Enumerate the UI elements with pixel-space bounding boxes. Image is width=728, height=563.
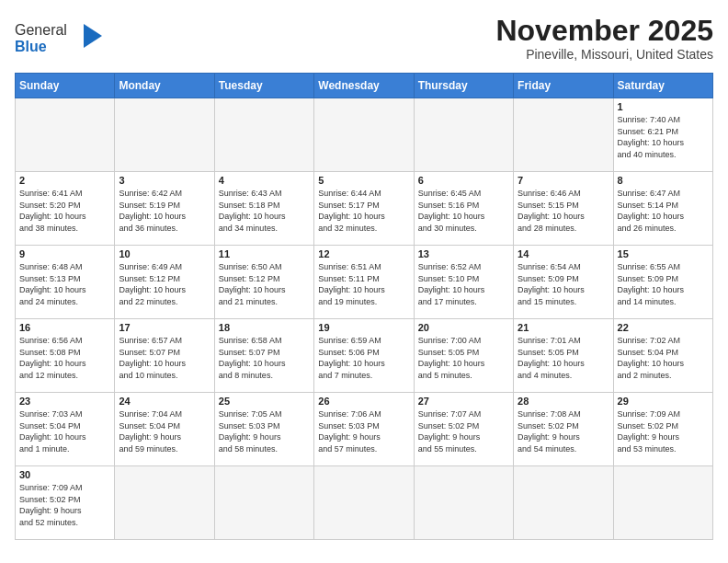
day-number: 20 xyxy=(418,322,509,333)
calendar-cell xyxy=(214,466,313,540)
title-section: November 2025 Pineville, Missouri, Unite… xyxy=(495,15,713,62)
weekday-header-row: SundayMondayTuesdayWednesdayThursdayFrid… xyxy=(16,74,713,98)
day-number: 22 xyxy=(618,322,709,333)
calendar-cell xyxy=(613,466,712,540)
calendar-cell: 5Sunrise: 6:44 AM Sunset: 5:17 PM Daylig… xyxy=(314,172,414,246)
page-header: General Blue November 2025 Pineville, Mi… xyxy=(15,15,713,62)
day-info: Sunrise: 6:52 AM Sunset: 5:10 PM Dayligh… xyxy=(418,261,509,307)
calendar-week-row: 9Sunrise: 6:48 AM Sunset: 5:13 PM Daylig… xyxy=(16,246,713,319)
svg-marker-2 xyxy=(84,24,102,48)
day-number: 11 xyxy=(219,248,310,259)
day-info: Sunrise: 6:59 AM Sunset: 5:06 PM Dayligh… xyxy=(318,335,409,381)
weekday-header-sunday: Sunday xyxy=(16,74,115,98)
day-number: 5 xyxy=(318,175,409,186)
day-number: 26 xyxy=(318,396,409,407)
day-info: Sunrise: 6:49 AM Sunset: 5:12 PM Dayligh… xyxy=(119,261,210,307)
weekday-header-wednesday: Wednesday xyxy=(314,74,414,98)
day-number: 29 xyxy=(618,396,709,407)
day-info: Sunrise: 6:58 AM Sunset: 5:07 PM Dayligh… xyxy=(219,335,310,381)
svg-text:Blue: Blue xyxy=(15,39,47,54)
day-number: 3 xyxy=(119,175,210,186)
calendar-cell: 22Sunrise: 7:02 AM Sunset: 5:04 PM Dayli… xyxy=(613,319,712,393)
day-number: 12 xyxy=(318,248,409,259)
calendar-cell: 1Sunrise: 7:40 AM Sunset: 6:21 PM Daylig… xyxy=(613,98,712,172)
calendar-cell xyxy=(314,98,414,172)
day-number: 13 xyxy=(418,248,509,259)
svg-text:General: General xyxy=(15,22,67,38)
calendar-cell: 19Sunrise: 6:59 AM Sunset: 5:06 PM Dayli… xyxy=(314,319,414,393)
day-info: Sunrise: 7:06 AM Sunset: 5:03 PM Dayligh… xyxy=(318,408,409,454)
calendar-cell: 20Sunrise: 7:00 AM Sunset: 5:05 PM Dayli… xyxy=(414,319,513,393)
calendar-week-row: 23Sunrise: 7:03 AM Sunset: 5:04 PM Dayli… xyxy=(16,393,713,466)
calendar-cell: 7Sunrise: 6:46 AM Sunset: 5:15 PM Daylig… xyxy=(514,172,613,246)
calendar-cell: 27Sunrise: 7:07 AM Sunset: 5:02 PM Dayli… xyxy=(414,393,513,466)
calendar-cell: 4Sunrise: 6:43 AM Sunset: 5:18 PM Daylig… xyxy=(214,172,313,246)
calendar-cell: 23Sunrise: 7:03 AM Sunset: 5:04 PM Dayli… xyxy=(16,393,115,466)
logo: General Blue xyxy=(15,15,125,61)
day-info: Sunrise: 6:55 AM Sunset: 5:09 PM Dayligh… xyxy=(618,261,709,307)
day-number: 27 xyxy=(418,396,509,407)
calendar-cell xyxy=(314,466,414,540)
calendar-cell: 29Sunrise: 7:09 AM Sunset: 5:02 PM Dayli… xyxy=(613,393,712,466)
weekday-header-tuesday: Tuesday xyxy=(214,74,313,98)
calendar-cell: 30Sunrise: 7:09 AM Sunset: 5:02 PM Dayli… xyxy=(16,466,115,540)
day-number: 4 xyxy=(219,175,310,186)
day-number: 30 xyxy=(19,469,110,480)
calendar-cell: 10Sunrise: 6:49 AM Sunset: 5:12 PM Dayli… xyxy=(115,246,214,319)
calendar-cell xyxy=(414,98,513,172)
calendar-cell: 3Sunrise: 6:42 AM Sunset: 5:19 PM Daylig… xyxy=(115,172,214,246)
day-number: 9 xyxy=(19,248,110,259)
calendar-cell: 25Sunrise: 7:05 AM Sunset: 5:03 PM Dayli… xyxy=(214,393,313,466)
calendar-week-row: 30Sunrise: 7:09 AM Sunset: 5:02 PM Dayli… xyxy=(16,466,713,540)
day-info: Sunrise: 7:09 AM Sunset: 5:02 PM Dayligh… xyxy=(618,408,709,454)
calendar-week-row: 16Sunrise: 6:56 AM Sunset: 5:08 PM Dayli… xyxy=(16,319,713,393)
calendar-cell: 28Sunrise: 7:08 AM Sunset: 5:02 PM Dayli… xyxy=(514,393,613,466)
calendar-cell xyxy=(514,98,613,172)
day-info: Sunrise: 7:09 AM Sunset: 5:02 PM Dayligh… xyxy=(19,482,110,528)
day-number: 8 xyxy=(618,175,709,186)
day-info: Sunrise: 6:41 AM Sunset: 5:20 PM Dayligh… xyxy=(19,188,110,234)
day-info: Sunrise: 6:42 AM Sunset: 5:19 PM Dayligh… xyxy=(119,188,210,234)
day-number: 14 xyxy=(518,248,609,259)
logo-svg: General Blue xyxy=(15,15,125,61)
weekday-header-thursday: Thursday xyxy=(414,74,513,98)
day-number: 19 xyxy=(318,322,409,333)
day-info: Sunrise: 6:51 AM Sunset: 5:11 PM Dayligh… xyxy=(318,261,409,307)
day-info: Sunrise: 7:08 AM Sunset: 5:02 PM Dayligh… xyxy=(518,408,609,454)
day-info: Sunrise: 6:57 AM Sunset: 5:07 PM Dayligh… xyxy=(119,335,210,381)
day-number: 23 xyxy=(19,396,110,407)
day-info: Sunrise: 7:03 AM Sunset: 5:04 PM Dayligh… xyxy=(19,408,110,454)
day-info: Sunrise: 6:56 AM Sunset: 5:08 PM Dayligh… xyxy=(19,335,110,381)
day-info: Sunrise: 6:54 AM Sunset: 5:09 PM Dayligh… xyxy=(518,261,609,307)
day-number: 15 xyxy=(618,248,709,259)
calendar-table: SundayMondayTuesdayWednesdayThursdayFrid… xyxy=(15,73,713,540)
day-number: 24 xyxy=(119,396,210,407)
calendar-cell: 17Sunrise: 6:57 AM Sunset: 5:07 PM Dayli… xyxy=(115,319,214,393)
day-info: Sunrise: 7:05 AM Sunset: 5:03 PM Dayligh… xyxy=(219,408,310,454)
day-number: 18 xyxy=(219,322,310,333)
day-info: Sunrise: 6:48 AM Sunset: 5:13 PM Dayligh… xyxy=(19,261,110,307)
day-info: Sunrise: 7:04 AM Sunset: 5:04 PM Dayligh… xyxy=(119,408,210,454)
weekday-header-monday: Monday xyxy=(115,74,214,98)
calendar-cell xyxy=(16,98,115,172)
day-number: 28 xyxy=(518,396,609,407)
calendar-cell: 12Sunrise: 6:51 AM Sunset: 5:11 PM Dayli… xyxy=(314,246,414,319)
calendar-week-row: 2Sunrise: 6:41 AM Sunset: 5:20 PM Daylig… xyxy=(16,172,713,246)
day-number: 1 xyxy=(618,101,709,112)
calendar-cell: 11Sunrise: 6:50 AM Sunset: 5:12 PM Dayli… xyxy=(214,246,313,319)
day-number: 21 xyxy=(518,322,609,333)
calendar-cell: 8Sunrise: 6:47 AM Sunset: 5:14 PM Daylig… xyxy=(613,172,712,246)
calendar-cell: 14Sunrise: 6:54 AM Sunset: 5:09 PM Dayli… xyxy=(514,246,613,319)
calendar-cell xyxy=(115,98,214,172)
calendar-cell: 21Sunrise: 7:01 AM Sunset: 5:05 PM Dayli… xyxy=(514,319,613,393)
calendar-cell: 26Sunrise: 7:06 AM Sunset: 5:03 PM Dayli… xyxy=(314,393,414,466)
weekday-header-saturday: Saturday xyxy=(613,74,712,98)
day-number: 6 xyxy=(418,175,509,186)
calendar-cell: 13Sunrise: 6:52 AM Sunset: 5:10 PM Dayli… xyxy=(414,246,513,319)
day-info: Sunrise: 7:07 AM Sunset: 5:02 PM Dayligh… xyxy=(418,408,509,454)
month-title: November 2025 xyxy=(495,15,713,47)
day-number: 16 xyxy=(19,322,110,333)
calendar-cell xyxy=(414,466,513,540)
day-number: 2 xyxy=(19,175,110,186)
calendar-cell: 24Sunrise: 7:04 AM Sunset: 5:04 PM Dayli… xyxy=(115,393,214,466)
